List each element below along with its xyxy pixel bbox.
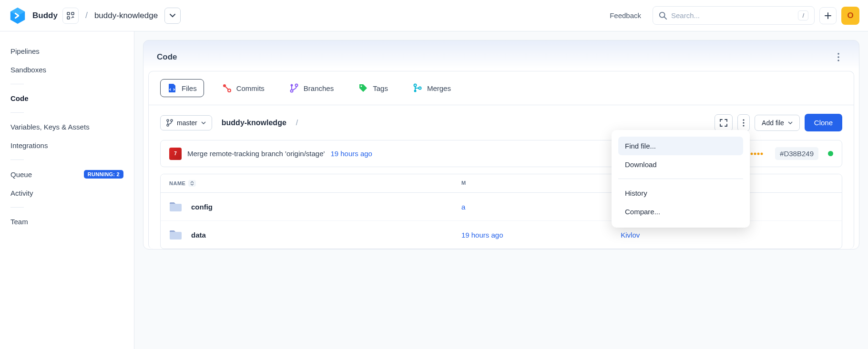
svg-point-27: [743, 125, 744, 126]
divider: [10, 207, 24, 208]
add-button[interactable]: [819, 7, 837, 24]
sidebar-item-code[interactable]: Code: [0, 89, 134, 108]
tab-commits[interactable]: Commits: [215, 79, 271, 97]
branches-icon: [289, 83, 299, 93]
column-name[interactable]: NAME: [169, 180, 461, 187]
plus-icon: [824, 12, 832, 20]
svg-point-21: [419, 87, 421, 90]
menu-item-find-file[interactable]: Find file...: [618, 137, 743, 155]
svg-point-23: [171, 120, 173, 121]
main-content: Code Files Commits: [134, 31, 868, 349]
branch-icon: [166, 119, 173, 127]
file-icon: [167, 83, 177, 93]
tab-files[interactable]: Files: [160, 79, 204, 97]
logo[interactable]: [9, 7, 27, 25]
divider: [10, 112, 24, 113]
user-avatar[interactable]: O: [841, 7, 859, 25]
commit-hash[interactable]: #D38B249: [775, 147, 818, 160]
svg-point-16: [295, 84, 297, 87]
svg-rect-3: [71, 12, 74, 15]
search-box[interactable]: /: [653, 6, 815, 25]
breadcrumb-separator: /: [85, 10, 88, 20]
svg-point-22: [167, 120, 169, 121]
svg-point-32: [757, 152, 760, 155]
file-toolbar: master buddy-knowledge / Add file: [149, 105, 854, 140]
svg-rect-4: [67, 17, 70, 19]
panel-menu-button[interactable]: [831, 50, 846, 64]
svg-point-11: [837, 60, 839, 61]
svg-point-9: [837, 53, 839, 55]
divider: [10, 84, 24, 84]
feedback-link[interactable]: Feedback: [610, 11, 641, 20]
sidebar-item-integrations[interactable]: Integrations: [0, 136, 134, 155]
divider: [10, 160, 24, 160]
svg-point-19: [414, 84, 416, 87]
clone-button[interactable]: Clone: [805, 114, 842, 131]
expand-icon: [720, 119, 727, 127]
svg-point-26: [743, 122, 744, 123]
file-author: Kivlov: [621, 231, 833, 239]
sidebar-item-team[interactable]: Team: [0, 212, 134, 231]
svg-line-6: [664, 17, 667, 19]
more-actions-button[interactable]: [737, 114, 750, 131]
workspace-switcher[interactable]: [62, 8, 79, 24]
commits-icon: [222, 83, 232, 93]
breadcrumb-separator: /: [296, 119, 298, 127]
folder-icon: [169, 201, 182, 212]
tag-icon: [358, 83, 368, 93]
project-dropdown[interactable]: [164, 8, 181, 24]
tab-merges[interactable]: Merges: [406, 79, 458, 97]
file-name: data: [191, 231, 206, 239]
sidebar-item-queue[interactable]: QueueRUNNING: 2: [0, 165, 134, 184]
svg-point-30: [751, 152, 753, 155]
search-icon: [659, 11, 667, 20]
svg-point-10: [837, 56, 839, 58]
search-input[interactable]: [671, 11, 794, 20]
context-menu: Find file... Download History Compare...: [612, 130, 750, 228]
file-name: config: [191, 203, 213, 211]
vertical-dots-icon: [837, 53, 839, 61]
chevron-down-icon: [788, 121, 793, 124]
code-panel: Code Files Commits: [143, 40, 859, 249]
file-modified: a: [461, 203, 621, 211]
svg-point-18: [361, 86, 362, 87]
menu-item-download[interactable]: Download: [618, 155, 743, 174]
chevron-down-icon: [201, 121, 206, 124]
menu-divider: [618, 179, 743, 179]
svg-point-25: [743, 119, 744, 120]
svg-point-20: [414, 90, 416, 92]
vertical-dots-icon: [743, 119, 745, 127]
svg-point-5: [660, 12, 665, 17]
svg-point-24: [167, 124, 169, 126]
org-name[interactable]: Buddy: [32, 11, 58, 20]
sidebar: Pipelines Sandboxes Code Variables, Keys…: [0, 31, 134, 349]
tab-branches[interactable]: Branches: [283, 79, 340, 97]
breadcrumb-root[interactable]: buddy-knowledge: [222, 119, 286, 127]
menu-item-compare[interactable]: Compare...: [618, 202, 743, 221]
panel-title: Code: [157, 52, 177, 62]
branch-selector[interactable]: master: [160, 115, 212, 130]
sort-icon: [188, 180, 196, 187]
status-indicator: [828, 151, 833, 156]
sidebar-item-sandboxes[interactable]: Sandboxes: [0, 60, 134, 79]
sidebar-item-activity[interactable]: Activity: [0, 184, 134, 202]
file-modified: 19 hours ago: [461, 231, 621, 239]
sidebar-item-variables[interactable]: Variables, Keys & Assets: [0, 118, 134, 136]
fullscreen-button[interactable]: [715, 114, 733, 131]
menu-item-history[interactable]: History: [618, 184, 743, 202]
folder-icon: [169, 229, 182, 240]
queue-badge: RUNNING: 2: [84, 170, 123, 179]
commit-author-avatar: 7: [169, 148, 182, 160]
chevron-down-icon: [170, 14, 175, 18]
merges-icon: [413, 83, 422, 93]
project-name[interactable]: buddy-knowledge: [94, 11, 158, 20]
add-file-button[interactable]: Add file: [755, 115, 800, 131]
sidebar-item-pipelines[interactable]: Pipelines: [0, 42, 134, 60]
column-modified[interactable]: M: [461, 180, 621, 187]
code-tabs: Files Commits Branches Tags: [149, 71, 854, 105]
grid-icon: [67, 12, 74, 20]
search-shortcut: /: [798, 10, 808, 20]
svg-point-31: [754, 152, 756, 155]
tab-tags[interactable]: Tags: [352, 79, 395, 97]
svg-point-17: [290, 90, 293, 92]
